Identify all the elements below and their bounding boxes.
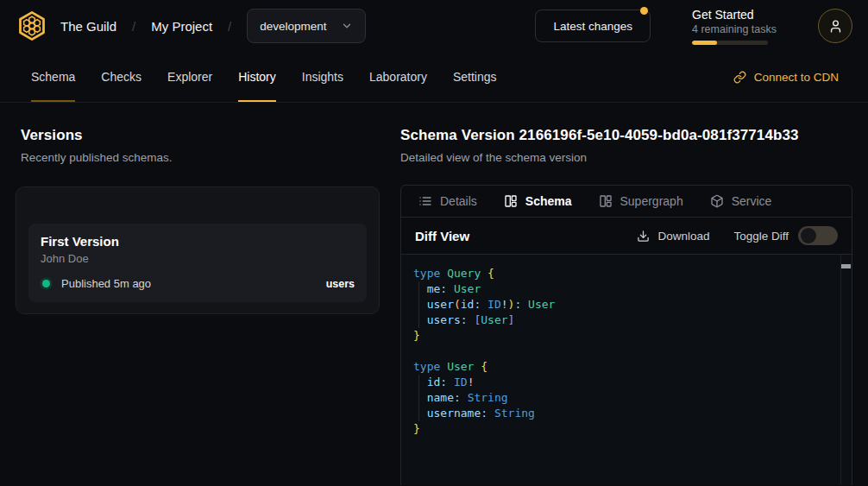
code-line: users: [User] <box>401 312 852 328</box>
version-detail-panel: Schema Version 2166196f-5e10-4059-bd0a-0… <box>400 103 868 485</box>
versions-card: First Version John Doe Published 5m ago … <box>16 186 380 314</box>
chevron-down-icon <box>341 20 353 32</box>
get-started-title: Get Started <box>692 8 777 22</box>
code-line: type User { <box>401 359 852 375</box>
code-line: id: ID! <box>401 375 852 390</box>
toggle-diff-group: Toggle Diff <box>733 226 838 245</box>
schema-viewer-panel: DetailsSchemaSupergraphService Diff View… <box>400 185 852 485</box>
hive-logo-icon[interactable] <box>16 9 48 42</box>
code-line: username: String <box>401 406 852 421</box>
notification-dot <box>640 7 648 15</box>
service-badge: users <box>326 278 355 290</box>
nav-tabs: SchemaChecksExplorerHistoryInsightsLabor… <box>31 52 497 102</box>
box-icon <box>710 194 724 208</box>
schema-viewer-tabs: DetailsSchemaSupergraphService <box>401 186 852 218</box>
list-icon <box>418 194 432 208</box>
code-line <box>401 344 852 359</box>
connect-to-cdn-button[interactable]: Connect to CDN <box>733 52 839 102</box>
panel-tab-label: Schema <box>525 194 572 208</box>
panel-tab-schema[interactable]: Schema <box>504 194 572 208</box>
versions-panel: Versions Recently published schemas. Fir… <box>0 103 400 485</box>
version-status-text: Published 5m ago <box>61 277 151 290</box>
latest-changes-button[interactable]: Latest changes <box>535 9 651 42</box>
version-list-item[interactable]: First Version John Doe Published 5m ago … <box>28 224 367 302</box>
code-line: } <box>401 328 852 344</box>
environment-selector-value: development <box>260 20 326 33</box>
nav-tab-settings[interactable]: Settings <box>453 52 497 102</box>
breadcrumb-separator: / <box>132 19 135 34</box>
nav-tab-history[interactable]: History <box>238 52 276 102</box>
nav-tab-insights[interactable]: Insights <box>302 52 343 102</box>
main-navbar: SchemaChecksExplorerHistoryInsightsLabor… <box>0 52 868 103</box>
nav-tab-checks[interactable]: Checks <box>101 52 142 102</box>
code-scrollbar[interactable] <box>840 255 852 485</box>
toggle-diff-switch[interactable] <box>798 226 838 245</box>
columns-icon <box>599 194 613 208</box>
published-status-dot <box>42 280 50 287</box>
code-line: user(id: ID!): User <box>401 297 852 312</box>
diff-view-toolbar: Diff View Download Toggle Diff <box>401 218 852 255</box>
download-button[interactable]: Download <box>637 230 709 243</box>
get-started-widget[interactable]: Get Started 4 remaining tasks <box>692 8 777 45</box>
download-label: Download <box>657 230 709 243</box>
versions-subtitle: Recently published schemas. <box>21 151 380 164</box>
latest-changes-label: Latest changes <box>553 20 632 33</box>
diff-view-title: Diff View <box>415 229 469 243</box>
code-line: me: User <box>401 281 852 297</box>
schema-code-viewer: type Query { me: User user(id: ID!): Use… <box>401 255 852 485</box>
version-status-row: Published 5m ago users <box>41 277 355 290</box>
version-detail-subtitle: Detailed view of the schema version <box>400 151 852 164</box>
nav-tab-schema[interactable]: Schema <box>31 52 75 102</box>
breadcrumb-separator: / <box>228 19 231 34</box>
versions-title: Versions <box>21 127 380 144</box>
get-started-subtitle: 4 remaining tasks <box>692 23 777 35</box>
nav-tab-explorer[interactable]: Explorer <box>167 52 212 102</box>
header: The Guild / My Project / development Lat… <box>0 0 868 52</box>
environment-selector[interactable]: development <box>247 9 365 43</box>
version-detail-title: Schema Version 2166196f-5e10-4059-bd0a-0… <box>400 127 852 144</box>
code-line: type Query { <box>401 266 852 281</box>
breadcrumb-project[interactable]: My Project <box>151 19 212 34</box>
breadcrumb-org[interactable]: The Guild <box>60 19 116 34</box>
columns-icon <box>504 194 518 208</box>
nav-tab-laboratory[interactable]: Laboratory <box>369 52 427 102</box>
code-line: name: String <box>401 390 852 406</box>
version-author: John Doe <box>41 252 355 265</box>
link-icon <box>733 71 746 84</box>
connect-to-cdn-label: Connect to CDN <box>754 71 839 84</box>
toggle-knob <box>801 228 816 243</box>
panel-tab-supergraph[interactable]: Supergraph <box>599 194 683 208</box>
get-started-progress-bar <box>692 41 768 45</box>
panel-tab-label: Service <box>732 194 772 208</box>
get-started-progress-fill <box>692 41 717 45</box>
code-lines: type Query { me: User user(id: ID!): Use… <box>401 266 852 437</box>
version-name: First Version <box>41 234 355 249</box>
app-root: The Guild / My Project / development Lat… <box>0 0 868 485</box>
user-avatar[interactable] <box>818 9 852 43</box>
panel-tab-label: Details <box>440 194 477 208</box>
panel-tab-label: Supergraph <box>620 194 683 208</box>
panel-tab-service[interactable]: Service <box>710 194 772 208</box>
diff-view-actions: Download Toggle Diff <box>637 226 838 245</box>
user-icon <box>828 19 843 34</box>
code-scrollbar-thumb[interactable] <box>841 264 851 268</box>
panel-tab-details[interactable]: Details <box>418 194 477 208</box>
toggle-diff-label: Toggle Diff <box>733 230 789 243</box>
download-icon <box>637 230 650 243</box>
main-content: Versions Recently published schemas. Fir… <box>0 103 868 485</box>
code-line: } <box>401 421 852 437</box>
